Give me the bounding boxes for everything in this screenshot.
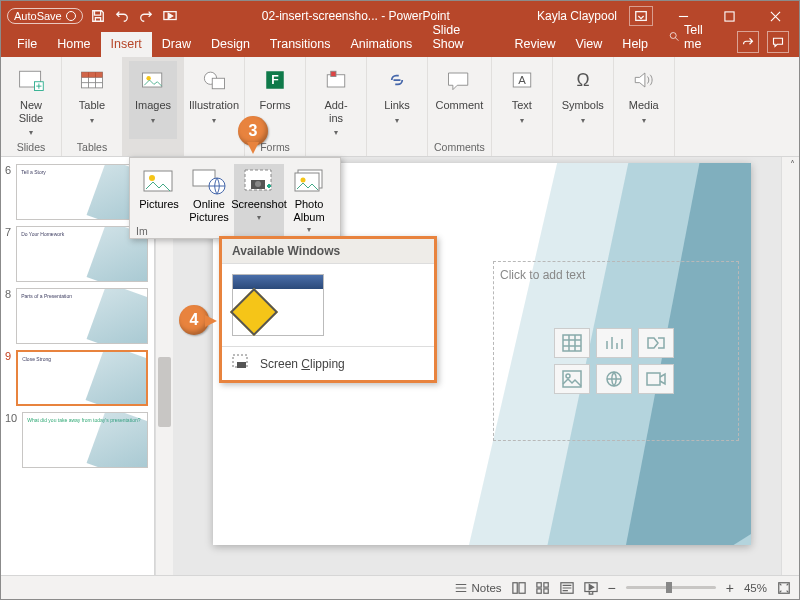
view-sorter-icon[interactable] [536, 581, 550, 595]
collapse-ribbon-icon[interactable]: ˄ [790, 159, 795, 170]
ribbon: New Slide Slides Table Tables Images I [1, 57, 799, 157]
available-window-thumb[interactable] [232, 274, 324, 336]
screen-clipping-label: Screen Clipping [260, 357, 345, 371]
new-slide-button[interactable]: New Slide [7, 61, 55, 139]
insert-chart-icon[interactable] [596, 328, 632, 358]
editor-scrollbar[interactable] [781, 157, 799, 575]
symbols-button[interactable]: Ω Symbols [559, 61, 607, 139]
tell-me-label: Tell me [684, 23, 723, 51]
table-button[interactable]: Table [68, 61, 116, 139]
screen-clipping-option[interactable]: Screen Clipping [222, 346, 434, 380]
insert-table-icon[interactable] [554, 328, 590, 358]
svg-rect-41 [536, 582, 540, 586]
svg-rect-7 [82, 72, 103, 77]
slideshow-start-icon[interactable] [161, 7, 179, 25]
notes-toggle[interactable]: Notes [454, 581, 502, 595]
screen-clipping-icon [232, 354, 250, 373]
slide-thumb-8[interactable]: 8Parts of a Presentation [1, 285, 154, 347]
table-icon [76, 65, 108, 95]
comment-icon [443, 65, 475, 95]
addins-icon [320, 65, 352, 95]
tell-me-search[interactable]: Tell me [658, 18, 733, 57]
media-button[interactable]: Media [620, 61, 668, 139]
view-slideshow-icon[interactable] [584, 581, 598, 595]
callout-3: 3 [238, 116, 272, 160]
tab-insert[interactable]: Insert [101, 32, 152, 57]
speaker-icon [628, 65, 660, 95]
view-normal-icon[interactable] [512, 581, 526, 595]
available-windows-header: Available Windows [222, 239, 434, 264]
group-comments: Comment Comments [428, 57, 492, 156]
status-bar: Notes − + 45% [1, 575, 799, 599]
svg-rect-35 [295, 173, 319, 191]
images-button[interactable]: Images [129, 61, 177, 139]
tab-file[interactable]: File [7, 32, 47, 57]
svg-text:F: F [271, 73, 279, 87]
tab-slideshow[interactable]: Slide Show [422, 18, 504, 57]
tab-home[interactable]: Home [47, 32, 100, 57]
tab-review[interactable]: Review [504, 32, 565, 57]
svg-text:A: A [518, 74, 526, 86]
svg-rect-40 [519, 582, 525, 593]
photo-album-icon [291, 166, 327, 196]
svg-rect-15 [331, 71, 336, 76]
illustrations-label: Illustration [189, 99, 239, 112]
svg-rect-26 [647, 373, 660, 385]
text-button[interactable]: A Text [498, 61, 546, 139]
svg-rect-11 [212, 78, 224, 89]
svg-rect-27 [144, 171, 172, 191]
tab-transitions[interactable]: Transitions [260, 32, 341, 57]
link-icon [381, 65, 413, 95]
comments-pane-icon[interactable] [767, 31, 789, 53]
screenshot-option[interactable]: Screenshot [234, 164, 284, 236]
tab-design[interactable]: Design [201, 32, 260, 57]
insert-online-picture-icon[interactable] [596, 364, 632, 394]
illustrations-button[interactable]: Illustration [190, 61, 238, 139]
zoom-in-button[interactable]: + [726, 580, 734, 596]
placeholder-prompt: Click to add text [500, 268, 585, 282]
window-close-button[interactable] [753, 1, 797, 31]
online-pictures-icon [191, 166, 227, 196]
zoom-out-button[interactable]: − [608, 580, 616, 596]
insert-picture-icon[interactable] [554, 364, 590, 394]
slide-thumb-10[interactable]: 10What did you take away from today's pr… [1, 409, 154, 471]
zoom-value[interactable]: 45% [744, 582, 767, 594]
ribbon-display-icon[interactable] [629, 6, 653, 26]
svg-rect-43 [536, 588, 540, 592]
pictures-label: Pictures [139, 198, 179, 211]
links-button[interactable]: Links [373, 61, 421, 139]
shapes-icon [198, 65, 230, 95]
group-images: Images Images [123, 57, 184, 156]
forms-label: Forms [259, 99, 290, 112]
tab-animations[interactable]: Animations [341, 32, 423, 57]
group-slides: New Slide Slides [1, 57, 62, 156]
content-placeholder[interactable]: Click to add text [493, 261, 739, 441]
svg-rect-23 [563, 371, 581, 387]
zoom-slider[interactable] [626, 586, 716, 589]
comment-button[interactable]: Comment [435, 61, 483, 139]
photo-album-option[interactable]: Photo Album [284, 164, 334, 236]
autosave-toggle[interactable]: AutoSave [7, 8, 83, 24]
redo-icon[interactable] [137, 7, 155, 25]
autosave-label: AutoSave [14, 10, 62, 22]
fit-to-window-icon[interactable] [777, 581, 791, 595]
tab-view[interactable]: View [565, 32, 612, 57]
share-icon[interactable] [737, 31, 759, 53]
save-icon[interactable] [89, 7, 107, 25]
svg-rect-39 [512, 582, 516, 593]
tab-help[interactable]: Help [612, 32, 658, 57]
online-pictures-option[interactable]: Online Pictures [184, 164, 234, 236]
slide-thumb-9[interactable]: 9Close Strong [1, 347, 154, 409]
images-dropdown-panel: Pictures Online Pictures Screenshot Phot… [129, 157, 341, 239]
undo-icon[interactable] [113, 7, 131, 25]
callout-4: 4 [179, 305, 213, 349]
placeholder-insert-icons [554, 328, 674, 394]
insert-video-icon[interactable] [638, 364, 674, 394]
view-reading-icon[interactable] [560, 581, 574, 595]
screenshot-submenu: Available Windows Screen Clipping [219, 236, 437, 383]
insert-smartart-icon[interactable] [638, 328, 674, 358]
addins-button[interactable]: Add- ins [312, 61, 360, 139]
tab-draw[interactable]: Draw [152, 32, 201, 57]
images-icon [137, 65, 169, 95]
user-name[interactable]: Kayla Claypool [527, 9, 627, 23]
